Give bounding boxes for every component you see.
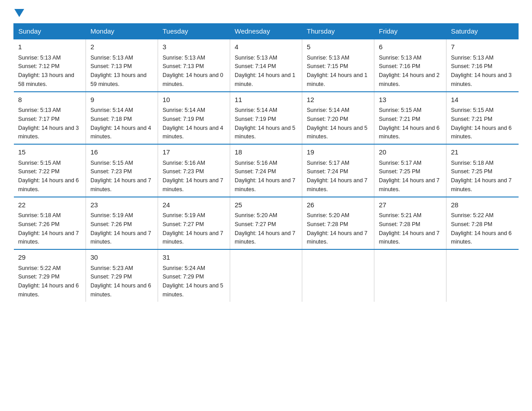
day-number: 5	[307, 42, 369, 52]
day-info: Sunrise: 5:13 AMSunset: 7:15 PMDaylight:…	[307, 55, 368, 87]
day-info: Sunrise: 5:23 AMSunset: 7:29 PMDaylight:…	[90, 265, 151, 298]
calendar-cell: 24 Sunrise: 5:19 AMSunset: 7:27 PMDaylig…	[158, 197, 230, 250]
day-number: 23	[90, 200, 153, 210]
day-info: Sunrise: 5:13 AMSunset: 7:14 PMDaylight:…	[235, 55, 296, 87]
calendar-cell: 20 Sunrise: 5:17 AMSunset: 7:25 PMDaylig…	[374, 144, 446, 197]
day-number: 2	[90, 42, 153, 52]
day-number: 16	[90, 147, 153, 158]
calendar-cell: 18 Sunrise: 5:16 AMSunset: 7:24 PMDaylig…	[230, 144, 302, 197]
calendar-cell: 13 Sunrise: 5:15 AMSunset: 7:21 PMDaylig…	[374, 92, 446, 145]
header-saturday: Saturday	[446, 24, 519, 39]
calendar-cell: 11 Sunrise: 5:14 AMSunset: 7:19 PMDaylig…	[230, 92, 302, 145]
day-info: Sunrise: 5:14 AMSunset: 7:19 PMDaylight:…	[235, 107, 296, 140]
calendar-cell: 7 Sunrise: 5:13 AMSunset: 7:16 PMDayligh…	[446, 39, 519, 92]
calendar-week-row: 29 Sunrise: 5:22 AMSunset: 7:29 PMDaylig…	[14, 249, 519, 302]
day-number: 14	[451, 95, 514, 105]
calendar-cell: 2 Sunrise: 5:13 AMSunset: 7:13 PMDayligh…	[86, 39, 158, 92]
header-tuesday: Tuesday	[158, 24, 230, 39]
day-number: 1	[18, 42, 82, 52]
day-info: Sunrise: 5:14 AMSunset: 7:19 PMDaylight:…	[163, 107, 223, 140]
header-thursday: Thursday	[302, 24, 374, 39]
calendar-table: SundayMondayTuesdayWednesdayThursdayFrid…	[13, 23, 519, 302]
page-header	[13, 9, 519, 19]
calendar-cell: 21 Sunrise: 5:18 AMSunset: 7:25 PMDaylig…	[446, 144, 519, 197]
day-info: Sunrise: 5:15 AMSunset: 7:21 PMDaylight:…	[379, 107, 440, 140]
day-number: 4	[235, 42, 297, 52]
calendar-week-row: 1 Sunrise: 5:13 AMSunset: 7:12 PMDayligh…	[14, 39, 519, 92]
day-number: 7	[451, 42, 514, 52]
day-info: Sunrise: 5:14 AMSunset: 7:18 PMDaylight:…	[90, 107, 151, 140]
logo	[13, 9, 24, 19]
calendar-cell: 26 Sunrise: 5:20 AMSunset: 7:28 PMDaylig…	[302, 197, 374, 250]
day-number: 25	[235, 200, 297, 210]
calendar-cell: 3 Sunrise: 5:13 AMSunset: 7:13 PMDayligh…	[158, 39, 230, 92]
calendar-cell: 30 Sunrise: 5:23 AMSunset: 7:29 PMDaylig…	[86, 249, 158, 302]
day-number: 8	[18, 95, 82, 105]
calendar-cell: 28 Sunrise: 5:22 AMSunset: 7:28 PMDaylig…	[446, 197, 519, 250]
day-number: 29	[18, 253, 82, 263]
calendar-cell	[374, 249, 446, 302]
calendar-cell: 10 Sunrise: 5:14 AMSunset: 7:19 PMDaylig…	[158, 92, 230, 145]
header-wednesday: Wednesday	[230, 24, 302, 39]
day-info: Sunrise: 5:19 AMSunset: 7:26 PMDaylight:…	[90, 212, 151, 245]
day-info: Sunrise: 5:13 AMSunset: 7:13 PMDaylight:…	[163, 55, 223, 87]
day-info: Sunrise: 5:24 AMSunset: 7:29 PMDaylight:…	[163, 265, 223, 298]
day-number: 31	[163, 253, 225, 263]
svg-marker-0	[14, 9, 24, 17]
day-info: Sunrise: 5:18 AMSunset: 7:26 PMDaylight:…	[18, 212, 79, 245]
day-info: Sunrise: 5:13 AMSunset: 7:17 PMDaylight:…	[18, 107, 79, 140]
day-info: Sunrise: 5:14 AMSunset: 7:20 PMDaylight:…	[307, 107, 368, 140]
day-info: Sunrise: 5:15 AMSunset: 7:21 PMDaylight:…	[451, 107, 512, 140]
day-info: Sunrise: 5:20 AMSunset: 7:28 PMDaylight:…	[307, 212, 368, 245]
day-info: Sunrise: 5:15 AMSunset: 7:22 PMDaylight:…	[18, 160, 79, 193]
day-info: Sunrise: 5:17 AMSunset: 7:24 PMDaylight:…	[307, 160, 368, 193]
calendar-cell: 12 Sunrise: 5:14 AMSunset: 7:20 PMDaylig…	[302, 92, 374, 145]
day-number: 26	[307, 200, 369, 210]
calendar-cell: 1 Sunrise: 5:13 AMSunset: 7:12 PMDayligh…	[14, 39, 86, 92]
day-info: Sunrise: 5:13 AMSunset: 7:16 PMDaylight:…	[451, 55, 512, 87]
calendar-cell: 22 Sunrise: 5:18 AMSunset: 7:26 PMDaylig…	[14, 197, 86, 250]
day-info: Sunrise: 5:21 AMSunset: 7:28 PMDaylight:…	[379, 212, 440, 245]
calendar-week-row: 22 Sunrise: 5:18 AMSunset: 7:26 PMDaylig…	[14, 197, 519, 250]
day-number: 27	[379, 200, 442, 210]
day-number: 12	[307, 95, 369, 105]
day-info: Sunrise: 5:13 AMSunset: 7:12 PMDaylight:…	[18, 55, 74, 87]
day-info: Sunrise: 5:22 AMSunset: 7:29 PMDaylight:…	[18, 265, 79, 298]
day-info: Sunrise: 5:16 AMSunset: 7:24 PMDaylight:…	[235, 160, 296, 193]
calendar-cell	[302, 249, 374, 302]
calendar-cell: 6 Sunrise: 5:13 AMSunset: 7:16 PMDayligh…	[374, 39, 446, 92]
calendar-cell: 5 Sunrise: 5:13 AMSunset: 7:15 PMDayligh…	[302, 39, 374, 92]
calendar-cell: 19 Sunrise: 5:17 AMSunset: 7:24 PMDaylig…	[302, 144, 374, 197]
day-number: 10	[163, 95, 225, 105]
day-info: Sunrise: 5:16 AMSunset: 7:23 PMDaylight:…	[163, 160, 223, 193]
logo-triangle-icon	[14, 9, 24, 17]
calendar-cell	[446, 249, 519, 302]
day-number: 22	[18, 200, 82, 210]
calendar-cell: 29 Sunrise: 5:22 AMSunset: 7:29 PMDaylig…	[14, 249, 86, 302]
day-info: Sunrise: 5:22 AMSunset: 7:28 PMDaylight:…	[451, 212, 512, 245]
day-number: 20	[379, 147, 442, 158]
day-info: Sunrise: 5:19 AMSunset: 7:27 PMDaylight:…	[163, 212, 223, 245]
calendar-cell: 17 Sunrise: 5:16 AMSunset: 7:23 PMDaylig…	[158, 144, 230, 197]
calendar-cell: 9 Sunrise: 5:14 AMSunset: 7:18 PMDayligh…	[86, 92, 158, 145]
day-number: 30	[90, 253, 153, 263]
day-number: 18	[235, 147, 297, 158]
calendar-cell: 4 Sunrise: 5:13 AMSunset: 7:14 PMDayligh…	[230, 39, 302, 92]
header-monday: Monday	[86, 24, 158, 39]
day-number: 28	[451, 200, 514, 210]
calendar-week-row: 15 Sunrise: 5:15 AMSunset: 7:22 PMDaylig…	[14, 144, 519, 197]
day-info: Sunrise: 5:20 AMSunset: 7:27 PMDaylight:…	[235, 212, 296, 245]
calendar-header-row: SundayMondayTuesdayWednesdayThursdayFrid…	[14, 24, 519, 39]
day-number: 3	[163, 42, 225, 52]
calendar-cell: 31 Sunrise: 5:24 AMSunset: 7:29 PMDaylig…	[158, 249, 230, 302]
day-number: 19	[307, 147, 369, 158]
calendar-cell: 8 Sunrise: 5:13 AMSunset: 7:17 PMDayligh…	[14, 92, 86, 145]
calendar-week-row: 8 Sunrise: 5:13 AMSunset: 7:17 PMDayligh…	[14, 92, 519, 145]
calendar-cell: 15 Sunrise: 5:15 AMSunset: 7:22 PMDaylig…	[14, 144, 86, 197]
calendar-cell: 14 Sunrise: 5:15 AMSunset: 7:21 PMDaylig…	[446, 92, 519, 145]
day-number: 13	[379, 95, 442, 105]
day-number: 11	[235, 95, 297, 105]
day-number: 17	[163, 147, 225, 158]
day-number: 15	[18, 147, 82, 158]
calendar-cell: 25 Sunrise: 5:20 AMSunset: 7:27 PMDaylig…	[230, 197, 302, 250]
